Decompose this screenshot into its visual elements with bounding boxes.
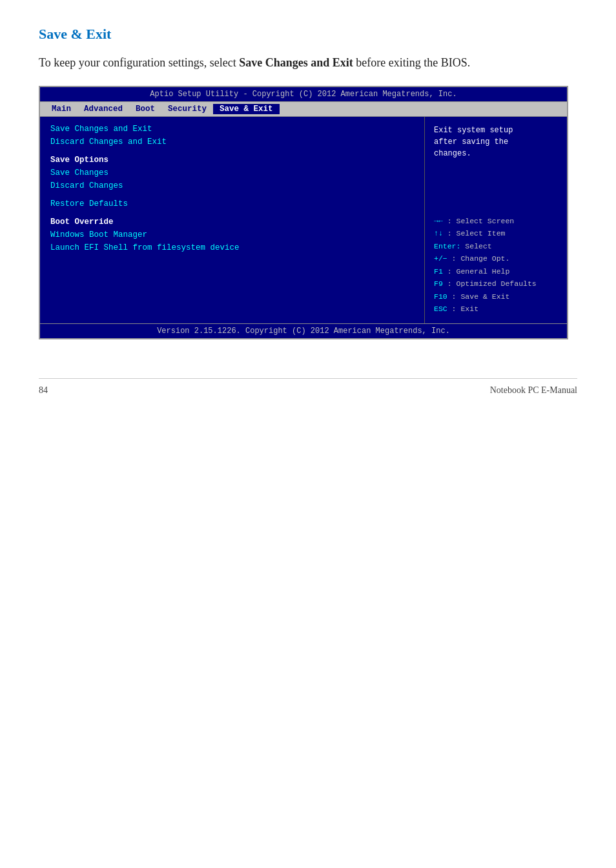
bios-menu-save-exit[interactable]: Save & Exit xyxy=(213,104,280,114)
bios-key-esc: ESC : Exit xyxy=(434,303,558,316)
bios-option-launch-efi-shell[interactable]: Launch EFI Shell from filesystem device xyxy=(50,243,414,252)
bios-description: Exit system setupafter saving thechanges… xyxy=(434,125,558,159)
intro-text-bold: Save Changes and Exit xyxy=(239,56,353,69)
page-title: Save & Exit xyxy=(39,26,577,43)
bios-save-options-label: Save Options xyxy=(50,156,414,165)
bios-key-select-screen: →← : Select Screen xyxy=(434,215,558,228)
intro-paragraph: To keep your configuration settings, sel… xyxy=(39,54,577,72)
bios-header: Aptio Setup Utility - Copyright (C) 2012… xyxy=(40,87,567,102)
bios-key-enter: Enter: Select xyxy=(434,240,558,253)
footer-page-number: 84 xyxy=(39,385,48,396)
bios-left-panel: Save Changes and Exit Discard Changes an… xyxy=(40,117,425,323)
bios-key-f9: F9 : Optimized Defaults xyxy=(434,278,558,290)
bios-menu-advanced[interactable]: Advanced xyxy=(77,104,129,114)
bios-option-save-changes[interactable]: Save Changes xyxy=(50,168,414,177)
bios-option-discard-changes-exit[interactable]: Discard Changes and Exit xyxy=(50,137,414,146)
bios-option-save-changes-exit[interactable]: Save Changes and Exit xyxy=(50,125,414,134)
bios-key-select-item: ↑↓ : Select Item xyxy=(434,227,558,240)
bios-menu-security[interactable]: Security xyxy=(161,104,213,114)
page-footer: 84 Notebook PC E-Manual xyxy=(39,378,577,396)
bios-key-f1: F1 : General Help xyxy=(434,265,558,278)
footer-manual-title: Notebook PC E-Manual xyxy=(490,385,577,396)
bios-option-restore-defaults[interactable]: Restore Defaults xyxy=(50,199,414,208)
bios-menubar: Main Advanced Boot Security Save & Exit xyxy=(40,102,567,117)
bios-body: Save Changes and Exit Discard Changes an… xyxy=(40,117,567,323)
bios-right-panel: Exit system setupafter saving thechanges… xyxy=(425,117,567,323)
bios-screen: Aptio Setup Utility - Copyright (C) 2012… xyxy=(39,86,568,339)
intro-text-before: To keep your configuration settings, sel… xyxy=(39,56,239,69)
bios-option-windows-boot-manager[interactable]: Windows Boot Manager xyxy=(50,230,414,239)
bios-key-legend: →← : Select Screen ↑↓ : Select Item Ente… xyxy=(434,215,558,316)
bios-key-f10: F10 : Save & Exit xyxy=(434,290,558,303)
bios-boot-override-label: Boot Override xyxy=(50,217,414,227)
bios-menu-main[interactable]: Main xyxy=(45,104,77,114)
bios-option-discard-changes[interactable]: Discard Changes xyxy=(50,181,414,190)
bios-footer: Version 2.15.1226. Copyright (C) 2012 Am… xyxy=(40,323,567,338)
bios-key-change: +/− : Change Opt. xyxy=(434,252,558,265)
bios-menu-boot[interactable]: Boot xyxy=(129,104,161,114)
intro-text-after: before exiting the BIOS. xyxy=(353,56,470,69)
